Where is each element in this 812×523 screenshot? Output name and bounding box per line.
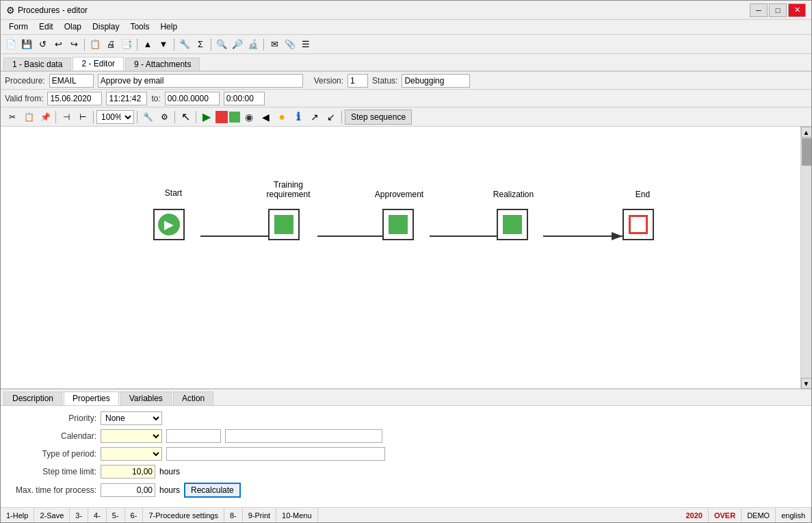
page-btn[interactable]: 📋 — [88, 37, 103, 52]
minimize-button[interactable]: ─ — [750, 3, 768, 17]
node-approvement[interactable]: Approvement — [382, 209, 414, 240]
status-btn-3[interactable]: 3- — [70, 508, 88, 522]
stop-btn[interactable] — [215, 111, 228, 123]
step-time-unit: hours — [159, 467, 180, 476]
scroll-track[interactable] — [801, 138, 812, 378]
back-btn[interactable]: ◀ — [258, 110, 273, 125]
type-period-input[interactable] — [166, 447, 385, 461]
expand-btn[interactable]: ↗ — [307, 110, 322, 125]
search2-btn[interactable]: 🔎 — [230, 37, 245, 52]
sigma-btn[interactable]: Σ — [193, 37, 208, 52]
search-btn[interactable]: 🔍 — [214, 37, 229, 52]
green-sq-btn[interactable] — [229, 112, 240, 123]
status-btn-5[interactable]: 5- — [107, 508, 125, 522]
calendar-input1[interactable] — [166, 429, 221, 443]
canvas-area[interactable]: Start ▶ Trainingrequirement Approvement — [1, 127, 800, 389]
btab-properties[interactable]: Properties — [64, 392, 119, 405]
settings-et-btn[interactable]: ⚙ — [157, 110, 172, 125]
status-btn-print[interactable]: 9-Print — [243, 508, 276, 522]
window-title: Procedures - editor — [18, 5, 750, 15]
step-sequence-btn[interactable]: Step sequence — [345, 110, 412, 125]
node-realization[interactable]: Realization — [497, 209, 528, 240]
zoom-select[interactable]: 100% 50% 75% 125% 150% — [96, 110, 134, 124]
recalculate-btn[interactable]: Recalculate — [184, 483, 241, 498]
time-input[interactable] — [106, 92, 147, 105]
calendar-input2[interactable] — [225, 429, 382, 443]
menu-help[interactable]: Help — [155, 21, 183, 33]
save-toolbar-btn[interactable]: 💾 — [19, 37, 34, 52]
status-btn-8[interactable]: 8- — [224, 508, 243, 522]
approvement-step-icon — [389, 215, 408, 234]
node-start[interactable]: Start ▶ — [153, 209, 185, 240]
menu-olap[interactable]: Olap — [59, 21, 87, 33]
type-period-select[interactable] — [101, 447, 162, 461]
orange-circle-btn[interactable]: ● — [274, 110, 289, 125]
menu-tools[interactable]: Tools — [125, 21, 155, 33]
copy-et-btn[interactable]: 📋 — [21, 110, 36, 125]
arrow-up-btn[interactable]: ▲ — [140, 37, 155, 52]
node-realization-box[interactable] — [497, 209, 528, 240]
maximize-button[interactable]: □ — [769, 3, 787, 17]
status-btn-6[interactable]: 6- — [125, 508, 144, 522]
menu-btn[interactable]: ☰ — [298, 37, 313, 52]
align-left-btn[interactable]: ⊣ — [59, 110, 74, 125]
step-time-limit-input[interactable] — [101, 465, 155, 479]
scroll-down-btn[interactable]: ▼ — [801, 378, 812, 389]
align-right-btn[interactable]: ⊢ — [75, 110, 90, 125]
run-btn[interactable]: ▶ — [199, 110, 214, 125]
node-end[interactable]: End — [623, 209, 654, 240]
priority-select[interactable]: None Low Normal High — [101, 411, 162, 425]
paste-btn[interactable]: 📌 — [38, 110, 53, 125]
scroll-up-btn[interactable]: ▲ — [801, 127, 812, 138]
status-input[interactable] — [402, 74, 470, 88]
status-btn-menu[interactable]: 10-Menu — [276, 508, 317, 522]
date-input[interactable] — [47, 92, 102, 105]
print-btn[interactable]: 🖨 — [103, 37, 118, 52]
node-start-box[interactable]: ▶ — [153, 209, 185, 240]
cut-btn[interactable]: ✂ — [5, 110, 20, 125]
node-end-box[interactable] — [623, 209, 654, 240]
node-approvement-box[interactable] — [382, 209, 414, 240]
redo-btn[interactable]: ↪ — [66, 37, 81, 52]
copy-btn[interactable]: 📑 — [119, 37, 134, 52]
procedure-code[interactable] — [49, 74, 94, 88]
close-button[interactable]: ✕ — [788, 3, 806, 17]
collapse-btn[interactable]: ↙ — [324, 110, 339, 125]
status-btn-4[interactable]: 4- — [88, 508, 107, 522]
arrow-down-btn[interactable]: ▼ — [156, 37, 171, 52]
undo-btn[interactable]: ↩ — [51, 37, 66, 52]
to-time-input[interactable] — [224, 92, 265, 105]
btab-variables[interactable]: Variables — [120, 392, 172, 405]
btab-description[interactable]: Description — [3, 392, 62, 405]
new-btn[interactable]: 📄 — [3, 37, 18, 52]
to-date-input[interactable] — [165, 92, 220, 105]
status-btn-procedure-settings[interactable]: 7-Procedure settings — [143, 508, 224, 522]
menu-form[interactable]: Form — [3, 21, 34, 33]
node-training-box[interactable] — [268, 209, 300, 240]
procedure-name[interactable] — [98, 74, 303, 88]
tab-basic-data[interactable]: 1 - Basic data — [3, 58, 71, 71]
search3-btn[interactable]: 🔬 — [246, 37, 261, 52]
circle-btn[interactable]: ◉ — [241, 110, 257, 125]
btab-action[interactable]: Action — [173, 392, 213, 405]
version-input[interactable] — [348, 74, 368, 88]
tools-btn1[interactable]: 🔧 — [177, 37, 192, 52]
tab-attachments[interactable]: 9 - Attachments — [125, 58, 200, 71]
tools-et-btn[interactable]: 🔧 — [140, 110, 155, 125]
status-btn-save[interactable]: 2-Save — [34, 508, 70, 522]
clip-btn[interactable]: 📎 — [283, 37, 298, 52]
calendar-select[interactable] — [101, 429, 162, 443]
app-icon: ⚙ — [6, 5, 15, 16]
menu-edit[interactable]: Edit — [34, 21, 59, 33]
refresh-btn[interactable]: ↺ — [35, 37, 50, 52]
max-time-input[interactable] — [101, 483, 155, 497]
mail-btn[interactable]: ✉ — [267, 37, 282, 52]
scroll-thumb[interactable] — [802, 138, 811, 166]
tab-editor[interactable]: 2 - Editor — [73, 57, 124, 71]
menu-display[interactable]: Display — [87, 21, 125, 33]
cursor-btn[interactable]: ↖ — [178, 110, 193, 125]
node-training[interactable]: Trainingrequirement — [268, 209, 300, 240]
info-btn[interactable]: ℹ — [291, 110, 306, 125]
main-toolbar: 📄 💾 ↺ ↩ ↪ 📋 🖨 📑 ▲ ▼ 🔧 Σ 🔍 🔎 🔬 ✉ 📎 ☰ — [1, 35, 811, 54]
status-btn-help[interactable]: 1-Help — [1, 508, 34, 522]
